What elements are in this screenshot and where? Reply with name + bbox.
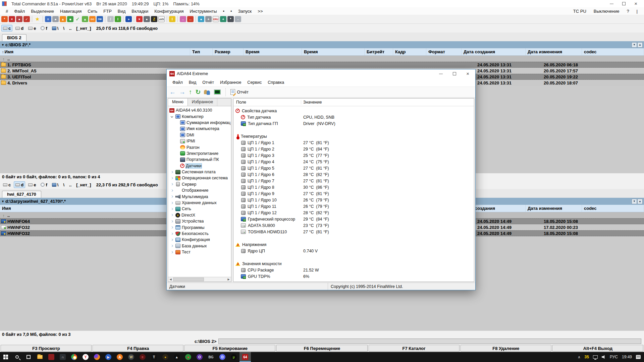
chevron-right-icon[interactable] [169,231,174,236]
yandex-browser[interactable]: Y [80,352,91,362]
grid-view-icon[interactable]: ≡ [45,16,51,22]
minimize-icon[interactable] [439,74,443,74]
column-header-6[interactable]: Кадр [393,48,426,55]
tree-item-разгон[interactable]: Разгон [168,144,231,150]
aida-menu-item-1[interactable]: Вид [186,80,200,85]
fkey-button-2[interactable]: F5 Копирование [184,345,275,352]
minimize-icon[interactable] [610,4,613,4]
aida-menu-item-4[interactable]: Сервис [244,80,265,85]
drive-button-network[interactable]: \ [50,25,60,32]
tree-item-системная-плата[interactable]: Системная плата [168,169,231,175]
search-button[interactable] [11,352,23,362]
tree-item-операционная-система[interactable]: Операционная система [168,175,231,181]
aida-tree[interactable]: 64AIDA64 v4.60.3100КомпьютерСуммарная ин… [168,106,231,277]
sensor-row[interactable]: ЦП 1 / Ядро 229 °C (84 °F) [233,146,474,152]
sensor-row[interactable]: Графический процессор29 °C (84 °F) [233,216,474,222]
sensor-row[interactable]: ЦП 1 / Ядро 927 °C (81 °F) [233,190,474,197]
drive-button-c[interactable]: c [1,25,12,32]
tree-item-конфигурация[interactable]: Конфигурация [168,237,231,243]
console-icon[interactable]: » [125,16,132,22]
chevron-right-icon[interactable] [169,206,174,211]
aida64-app[interactable]: 64 [239,352,251,362]
folders-sync-icon[interactable]: ↔ [180,16,186,22]
drive-button-c[interactable]: c [1,181,12,188]
fkey-button-3[interactable]: F6 Перемещение [276,345,367,352]
task-view-button[interactable] [23,352,34,362]
sensor-row[interactable]: ЦП 1 / Ядро 1126 °C (79 °F) [233,203,474,209]
tree-item-сеть[interactable]: Сеть [168,206,231,212]
battery-icon[interactable]: I [115,16,121,22]
eru-icon[interactable]: ERU [213,16,219,22]
wand-icon[interactable]: / [107,16,114,22]
fire-icon[interactable]: * [1,16,8,22]
root-dir-button[interactable]: \ [61,182,66,187]
chevron-right-icon[interactable] [169,194,174,199]
tc-menu-item-11[interactable]: • [227,9,235,14]
tab-bios2[interactable]: BIOS 2 [2,34,26,41]
chevron-right-icon[interactable] [169,170,174,174]
tree-item-электропитание[interactable]: Электропитание [168,150,231,157]
tools-icon[interactable]: + [205,16,212,22]
check-icon[interactable]: ✓ [74,16,81,22]
tc-menu-item-5[interactable]: FTP [100,9,115,14]
tree-item-сервер[interactable]: Сервер [168,181,231,187]
fkey-button-4[interactable]: F7 Каталог [369,345,460,352]
sensor-row[interactable]: GPU TDP%6% [233,273,474,280]
tc-menu-right-item-2[interactable]: ? [623,9,633,14]
column-header-9[interactable]: Дата изменения [526,205,582,212]
report-button[interactable]: Отчёт [230,89,249,95]
tree-item-датчики[interactable]: Датчики [168,163,231,169]
chevron-down-icon[interactable] [169,114,174,119]
maximize-icon[interactable] [453,72,456,75]
tc-menu-item-2[interactable]: Выделение [28,9,57,14]
tree-item-суммарная-информация[interactable]: Суммарная информация [168,120,231,126]
t-app[interactable]: T [148,352,160,362]
sensor-row[interactable]: ЦП 1 / Ядро 830 °C (86 °F) [233,184,474,190]
table-row[interactable]: 1. FPTBIOS24.05.2020 13:3126.05.2020 06:… [0,62,644,68]
panel-arrow-down-button[interactable]: ▼ [632,42,637,48]
tree-item-компьютер[interactable]: Компьютер [168,113,231,119]
column-header-7[interactable]: Формат [426,48,462,55]
camera-icon[interactable]: ● [144,16,150,22]
aida-menu-item-3[interactable]: Избранное [217,80,244,85]
globe-red-icon[interactable]: ● [16,16,22,22]
column-header-4[interactable]: Время [302,48,365,55]
sensor-row[interactable]: ЦП 1 / Ядро 727 °C (81 °F) [233,178,474,184]
go-globe-icon[interactable]: GO [89,16,96,22]
tc-menu-item-7[interactable]: Вкладки [128,9,151,14]
aida-tab-0[interactable]: Меню [168,99,188,106]
drive-button-e[interactable]: e [26,25,38,32]
drive-button-e[interactable]: e [26,181,38,188]
map-icon[interactable]: ▲ [82,16,88,22]
bat-app[interactable]: ▲ [171,352,182,362]
command-input[interactable] [218,339,641,344]
cd-drive-icon[interactable]: ● [52,16,59,22]
chevron-right-icon[interactable] [169,219,174,224]
column-header-2[interactable]: Размер [213,48,244,55]
tray-chevron-icon[interactable]: ∧ [578,355,581,359]
sensor-panel-icon[interactable] [214,89,221,95]
tc-menu-item-3[interactable]: Навигация [57,9,85,14]
panel-arrow-down-button[interactable]: ▼ [632,199,637,204]
forward-icon[interactable]: → [179,89,185,96]
tree-item-программы[interactable]: Программы [168,224,231,230]
bg-app[interactable]: BG [205,352,217,362]
scroll-left-icon[interactable]: ◀ [168,278,173,281]
discord-app[interactable]: D [217,352,228,362]
green-monitor-icon[interactable]: ■ [67,16,73,22]
utorrent-app[interactable]: µ [228,352,239,362]
tc-menu-right-item-0[interactable]: TC PU [570,9,590,14]
jar-icon[interactable]: I [169,16,175,22]
language-indicator[interactable]: РУС [610,355,618,359]
sensor-row[interactable]: ЦП 1 / Ядро 527 °C (81 °F) [233,165,474,171]
up-icon[interactable]: ↑ [189,89,192,96]
blue-panel-icon[interactable]: ПФ [97,16,103,22]
column-header-3[interactable]: Время [244,48,302,55]
field-column-header[interactable]: Поле [233,100,301,105]
tc-menu-item-10[interactable]: • [220,9,228,14]
aida-menu-item-5[interactable]: Справка [265,80,287,85]
block-red-icon[interactable]: × [136,16,143,22]
tree-item-безопасность[interactable]: Безопасность [168,231,231,237]
path-bar-left[interactable]: ▼ c:\BIOS 2\*.* ▼ ▲ [0,41,644,48]
table-row[interactable]: .. [0,56,644,62]
